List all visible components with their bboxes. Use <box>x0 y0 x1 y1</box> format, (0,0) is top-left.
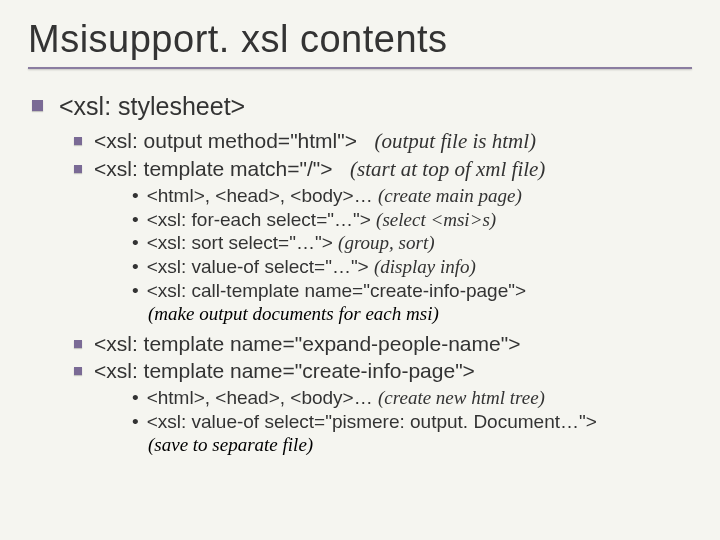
list-item: • <html>, <head>, <body>… (create new ht… <box>132 386 692 410</box>
code-text: <xsl: template name="create-info-page"> <box>94 359 475 382</box>
code-text: <xsl: value-of select="…"> <box>147 256 369 277</box>
bullet-square-icon <box>74 367 82 375</box>
bullet-square-icon <box>74 137 82 145</box>
level2-text: <xsl: template match="/"> (start at top … <box>94 156 545 182</box>
note-text: (group, sort) <box>338 232 434 253</box>
level3-text: <html>, <head>, <body>… (create new html… <box>147 386 545 410</box>
level3-text: <xsl: call-template name="create-info-pa… <box>147 279 526 303</box>
trailing-note: (save to separate file) <box>148 434 692 456</box>
level2-block-b: <xsl: template name="expand-people-name"… <box>74 331 692 385</box>
list-item: <xsl: output method="html"> (output file… <box>74 128 692 154</box>
level3-block-b: • <html>, <head>, <body>… (create new ht… <box>132 386 692 434</box>
list-item: • <xsl: call-template name="create-info-… <box>132 279 692 303</box>
code-text: <xsl: sort select="…"> <box>147 232 333 253</box>
code-text: <html>, <head>, <body>… <box>147 387 373 408</box>
note-text: (start at top of xml file) <box>350 157 545 181</box>
bullet-dot-icon: • <box>132 388 139 407</box>
bullet-square-icon <box>74 340 82 348</box>
bullet-dot-icon: • <box>132 412 139 431</box>
list-item: • <xsl: value-of select="pismere: output… <box>132 410 692 434</box>
code-text: <xsl: template match="/"> <box>94 157 332 180</box>
title-rule <box>28 67 692 69</box>
bullet-dot-icon: • <box>132 210 139 229</box>
slide: Msisupport. xsl contents <xsl: styleshee… <box>0 0 720 540</box>
level3-text: <xsl: sort select="…"> (group, sort) <box>147 231 435 255</box>
level2-text: <xsl: template name="create-info-page"> <box>94 358 475 384</box>
trailing-note: (make output documents for each msi) <box>148 303 692 325</box>
note-text: (output file is html) <box>375 129 537 153</box>
list-item: <xsl: template name="expand-people-name"… <box>74 331 692 357</box>
level1-text: <xsl: stylesheet> <box>59 91 245 122</box>
list-item: <xsl: template match="/"> (start at top … <box>74 156 692 182</box>
list-item: <xsl: template name="create-info-page"> <box>74 358 692 384</box>
bullet-dot-icon: • <box>132 281 139 300</box>
code-text: <html>, <head>, <body>… <box>147 185 373 206</box>
code-text: <xsl: template name="expand-people-name"… <box>94 332 520 355</box>
note-text: (create new html tree) <box>378 387 545 408</box>
bullet-dot-icon: • <box>132 233 139 252</box>
code-text: <xsl: value-of select="pismere: output. … <box>147 411 597 432</box>
level2-text: <xsl: template name="expand-people-name"… <box>94 331 520 357</box>
level3-text: <html>, <head>, <body>… (create main pag… <box>147 184 522 208</box>
code-text: <xsl: call-template name="create-info-pa… <box>147 280 526 301</box>
note-text: (create main page) <box>378 185 522 206</box>
level2-text: <xsl: output method="html"> (output file… <box>94 128 536 154</box>
level3-text: <xsl: value-of select="pismere: output. … <box>147 410 597 434</box>
bullet-dot-icon: • <box>132 257 139 276</box>
code-text: <xsl: output method="html"> <box>94 129 357 152</box>
list-item: • <html>, <head>, <body>… (create main p… <box>132 184 692 208</box>
level1-block: <xsl: stylesheet> <box>32 91 692 122</box>
code-text: <xsl: for-each select="…"> <box>147 209 371 230</box>
level3-block-a: • <html>, <head>, <body>… (create main p… <box>132 184 692 303</box>
list-item: <xsl: stylesheet> <box>32 91 692 122</box>
note-text: (select <msi>s) <box>376 209 496 230</box>
bullet-square-icon <box>74 165 82 173</box>
note-text: (display info) <box>374 256 476 277</box>
list-item: • <xsl: value-of select="…"> (display in… <box>132 255 692 279</box>
level3-text: <xsl: for-each select="…"> (select <msi>… <box>147 208 497 232</box>
list-item: • <xsl: for-each select="…"> (select <ms… <box>132 208 692 232</box>
bullet-square-icon <box>32 100 43 111</box>
level2-block-a: <xsl: output method="html"> (output file… <box>74 128 692 182</box>
level3-text: <xsl: value-of select="…"> (display info… <box>147 255 476 279</box>
list-item: • <xsl: sort select="…"> (group, sort) <box>132 231 692 255</box>
bullet-dot-icon: • <box>132 186 139 205</box>
slide-title: Msisupport. xsl contents <box>28 18 692 61</box>
